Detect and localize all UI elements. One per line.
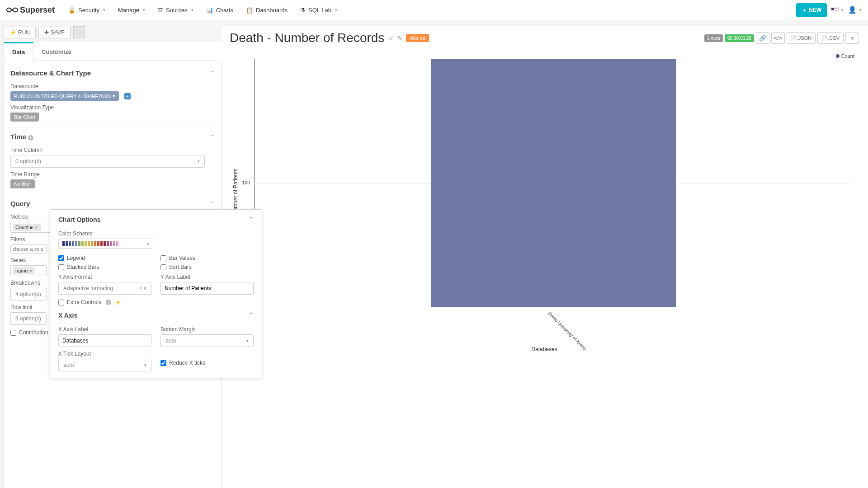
chevron-up-icon: ⌃ [249,216,254,223]
chevron-down-icon: ▾ [859,8,862,12]
brand-logo[interactable]: Superset [6,4,55,16]
reduce-xticks-checkbox[interactable]: Reduce X ticks [160,360,254,366]
export-json-button[interactable]: 📄.JSON [787,32,816,44]
nav-security[interactable]: 🔒Security▾ [63,0,111,20]
tab-customize[interactable]: Customize [33,42,80,61]
extra-controls-checkbox[interactable]: Extra Controlsi⚡ [58,299,254,305]
legend-input[interactable] [58,255,64,261]
ylabel-input[interactable] [160,282,254,295]
save-extra-button[interactable]: ⬚ [73,26,85,38]
link-icon: 🔗 [759,35,766,42]
rowlimit-select[interactable]: 9 option(s) [10,312,47,325]
user-menu[interactable]: 👤▾ [848,6,862,14]
chevron-down-icon: ▾ [198,159,200,164]
time-column-select[interactable]: 0 option(s)▾ [10,155,205,168]
chevron-down-icon: ▾ [103,8,105,12]
legend-entry[interactable]: Count [836,53,854,59]
brand-name: Superset [20,5,55,15]
tab-data[interactable]: Data [4,42,33,61]
bolt-icon: ⚡ [9,29,16,36]
stacked-input[interactable] [58,264,64,270]
tag-label: name [15,268,28,273]
xaxis-title: X Axis [58,312,77,319]
section-title: Datasource & Chart Type [10,69,91,77]
language-selector[interactable]: ▾ [831,8,844,13]
nav-manage[interactable]: Manage▾ [113,0,151,20]
tag-label: Count [15,225,28,230]
time-column-label: Time Column [10,147,215,153]
save-button[interactable]: ✚SAVE [38,27,71,38]
altered-badge[interactable]: Altered [406,34,429,42]
chart-options-head[interactable]: Chart Options⌃ [58,216,254,227]
reduce-input[interactable] [160,360,166,366]
extra-input[interactable] [58,300,64,305]
control-tabs: Data Customize [4,42,222,61]
series-input[interactable]: name× [10,265,47,276]
nav-label: Dashboards [256,7,288,14]
bar[interactable] [431,59,676,307]
nav-dashboards[interactable]: 📋Dashboards [241,0,293,20]
chevron-up-icon: ⌃ [210,134,215,140]
nav-label: SQL Lab [308,7,331,14]
run-button[interactable]: ⚡RUN [4,27,36,38]
favorite-star-icon[interactable]: ☆ [388,34,394,42]
run-label: RUN [18,29,30,36]
sortbars-checkbox[interactable]: Sort Bars [160,264,254,270]
datasource-pill[interactable]: PUBLIC.UNTITLED QUERY 4-O04EF2U8N▾ [10,91,119,101]
remove-tag-icon[interactable]: × [35,225,38,230]
stack-icon: ☰ [158,7,163,14]
flask-icon: ⚗ [300,7,306,14]
nav-label: Security [78,7,99,14]
time-range-pill[interactable]: No filter [10,179,35,188]
section-time-head[interactable]: Timei ⌃ [10,129,215,143]
export-csv-button[interactable]: 📄.CSV [817,32,844,44]
link-button[interactable]: 🔗 [756,32,769,44]
filters-text-input[interactable] [13,246,44,252]
legend-checkbox[interactable]: Legend [58,255,151,261]
chart-area: Count 100Demo University of Aveiro Numbe… [230,52,859,342]
nav-label: Sources [166,7,188,14]
sortbars-input[interactable] [160,264,166,270]
time-range-label: Time Range [10,171,215,178]
viz-type-pill[interactable]: Bar Chart [10,113,39,122]
xtick-label: X Tick Layout [58,351,151,357]
menu-button[interactable]: ≡ [845,32,859,44]
color-scheme-select[interactable]: ▾ [58,239,153,249]
new-button[interactable]: ＋NEW [796,3,827,17]
chevron-down-icon: ▾ [191,8,193,12]
section-datasource-head[interactable]: Datasource & Chart Type ⌃ [10,66,215,80]
extra-label: Extra Controls [67,299,101,305]
query-time-badge: 00:00:00.29 [725,34,754,42]
nav-sources[interactable]: ☰Sources▾ [152,0,199,20]
filters-input[interactable] [10,244,47,253]
chart-header-right: 1 rows 00:00:00.29 🔗 </> 📄.JSON 📄.CSV ≡ [704,32,859,44]
nav-sqllab[interactable]: ⚗SQL Lab▾ [295,0,343,20]
contribution-input[interactable] [10,330,16,336]
file-icon: 📄 [821,35,828,41]
series-tag[interactable]: name× [13,267,35,274]
metric-tag[interactable]: Count▶× [13,224,41,231]
bmargin-label: Bottom Margin [160,326,254,333]
nav-charts[interactable]: 📊Charts [201,0,239,20]
stacked-checkbox[interactable]: Stacked Bars [58,264,151,270]
section-query-head[interactable]: Query ⌃ [10,196,215,210]
edit-icon[interactable]: ✎ [397,35,402,42]
xlabel-input[interactable] [58,334,151,347]
embed-button[interactable]: </> [771,32,785,44]
time-column-value: 0 option(s) [15,158,41,164]
viz-type-label: Visualization Type [10,104,215,111]
barvalues-input[interactable] [160,255,166,261]
remove-tag-icon[interactable]: × [30,268,33,273]
chevron-down-icon: ▾ [113,93,115,99]
barvalues-checkbox[interactable]: Bar Values [160,255,254,261]
add-datasource-button[interactable]: ＋ [124,93,131,99]
legend-label: Count [841,53,854,59]
yfmt-select[interactable]: Adaptative formating× ▾ [58,282,151,295]
x-tick-label: Demo University of Aveiro [547,311,587,351]
breakdowns-select[interactable]: 4 option(s) [10,288,47,300]
stacked-label: Stacked Bars [67,264,99,270]
xaxis-section-head[interactable]: X Axis⌃ [58,312,254,323]
bmargin-select[interactable]: auto▾ [160,334,254,347]
xtick-select[interactable]: auto▾ [58,359,151,371]
barvalues-label: Bar Values [169,255,195,261]
